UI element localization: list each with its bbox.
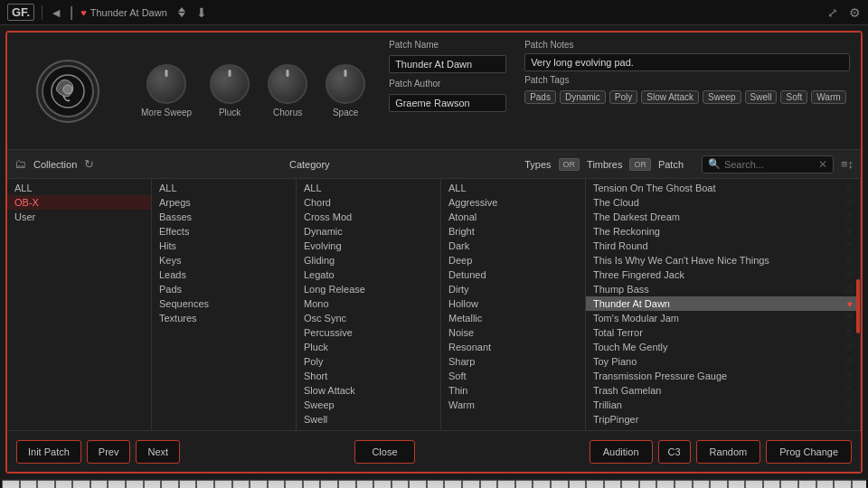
collection-label[interactable]: Collection [33,159,77,170]
patch-list-item[interactable]: Thump Bass♡ [586,282,860,296]
timbres-list-item[interactable]: Hollow [441,296,585,311]
timbres-list-item[interactable]: Soft [441,369,585,383]
white-key[interactable] [126,480,144,488]
types-list-item[interactable]: Percussive [297,325,440,340]
white-key[interactable] [604,480,622,488]
timbres-list-item[interactable]: Warm [441,398,585,412]
timbres-list-item[interactable]: Aggressive [441,195,585,210]
patch-list-item[interactable]: The Reckoning♡ [586,224,860,239]
types-list-item[interactable]: Long Release [297,282,440,296]
timbres-list-item[interactable]: Deep [441,253,585,267]
patch-list-item[interactable]: The Cloud♡ [586,195,860,210]
white-key[interactable] [497,480,515,488]
patch-tag[interactable]: Pads [524,90,556,104]
patch-tag[interactable]: Swell [745,90,778,104]
prog-change-button[interactable]: Prog Change [766,440,852,464]
white-key[interactable] [798,480,816,488]
patch-heart-icon[interactable]: ♡ [844,256,853,266]
white-key[interactable] [320,480,338,488]
patch-list-item[interactable]: Trash Gamelan♡ [586,383,860,398]
white-key[interactable] [90,480,108,488]
white-key[interactable] [480,480,498,488]
patch-heart-icon[interactable]: ♡ [844,328,853,338]
close-button[interactable]: Close [354,440,414,464]
category-list-item[interactable]: Effects [152,224,296,239]
patch-author-value[interactable]: Graeme Rawson [389,94,506,112]
patch-notes-value[interactable]: Very long evolving pad. [524,53,850,71]
category-list-item[interactable]: Textures [152,311,296,325]
patch-tag[interactable]: Poly [609,90,637,104]
types-list-item[interactable]: Mono [297,296,440,311]
heart-icon[interactable]: ♥ [80,7,87,18]
knob-pluck-dial[interactable] [210,64,250,104]
patch-heart-icon[interactable]: ♡ [844,285,853,295]
white-key[interactable] [852,480,866,488]
nav-right-icon[interactable]: | [70,5,73,21]
random-button[interactable]: Random [696,440,761,464]
patch-tag[interactable]: Soft [780,90,807,104]
patch-list-item[interactable]: TripPinger♡ [586,412,860,427]
timbres-list-item[interactable]: Bright [441,224,585,239]
timbres-list-item[interactable]: Noise [441,325,585,340]
white-key[interactable] [250,480,268,488]
knob-space-dial[interactable] [326,64,365,104]
patch-tag[interactable]: Sweep [703,90,741,104]
collection-list-item[interactable]: User [7,210,151,224]
white-key[interactable] [533,480,551,488]
collection-list-item[interactable]: ALL [7,181,151,195]
types-list-item[interactable]: Pluck [297,340,440,354]
category-list-item[interactable]: Hits [152,239,296,253]
white-key[interactable] [656,480,675,488]
white-key[interactable] [338,480,356,488]
patch-list-item[interactable]: Transmission Pressure Gauge♡ [586,369,860,383]
white-key[interactable] [55,480,73,488]
category-list-item[interactable]: Sequences [152,296,296,311]
nav-left-icon[interactable]: ◄ [50,5,62,20]
white-key[interactable] [373,480,392,488]
category-list-item[interactable]: ALL [152,181,296,195]
white-key[interactable] [834,480,852,488]
white-key[interactable] [586,480,604,488]
knob-chorus-dial[interactable] [268,64,307,104]
types-or-badge[interactable]: OR [559,158,580,171]
timbres-list-item[interactable]: Metallic [441,311,585,325]
types-list-item[interactable]: Chord [297,195,440,210]
patch-list-item[interactable]: This Is Why We Can't Have Nice Things♡ [586,253,860,267]
patch-tag[interactable]: Dynamic [560,90,606,104]
folder-icon[interactable]: 🗂 [14,157,26,171]
timbres-list-item[interactable]: Dark [441,239,585,253]
white-key[interactable] [214,480,232,488]
types-list-item[interactable]: Cross Mod [297,210,440,224]
next-button[interactable]: Next [136,440,180,464]
prev-button[interactable]: Prev [87,440,131,464]
arrow-up-icon[interactable] [178,7,185,12]
patch-list-item[interactable]: Three Fingered Jack♡ [586,267,860,282]
white-key[interactable] [675,480,693,488]
search-input[interactable] [724,159,815,170]
white-key[interactable] [710,480,728,488]
white-key[interactable] [444,480,462,488]
patch-heart-icon[interactable]: ♡ [844,198,853,208]
white-key[interactable] [37,480,55,488]
patch-heart-icon[interactable]: ♡ [844,183,853,193]
arrow-down-icon[interactable] [178,13,185,17]
white-key[interactable] [196,480,214,488]
knob-more-sweep-dial[interactable] [146,64,186,104]
audition-button[interactable]: Audition [590,440,653,464]
patch-heart-icon[interactable]: ♡ [844,386,853,396]
white-key[interactable] [356,480,374,488]
patch-heart-icon[interactable]: ♥ [847,299,853,309]
patch-heart-icon[interactable]: ♡ [844,429,853,431]
patch-heart-icon[interactable]: ♡ [844,400,853,410]
patch-heart-icon[interactable]: ♡ [844,415,853,425]
category-list-item[interactable]: Basses [152,210,296,224]
timbres-or-badge[interactable]: OR [629,158,651,171]
patch-heart-icon[interactable]: ♡ [844,314,853,324]
patch-list-item[interactable]: Toy Piano♡ [586,354,860,369]
white-key[interactable] [303,480,321,488]
patch-list-item[interactable]: Total Terror♡ [586,325,860,340]
patch-heart-icon[interactable]: ♡ [844,270,853,280]
search-box[interactable]: 🔍 ✕ [702,155,834,174]
timbres-list-item[interactable]: Thin [441,383,585,398]
sort-icon[interactable]: ≡↕ [841,157,854,171]
